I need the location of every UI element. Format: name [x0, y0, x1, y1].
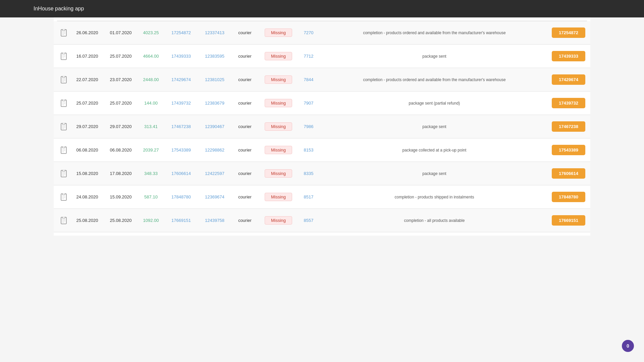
action-button[interactable]: 17669151 [552, 215, 585, 226]
order-number[interactable]: 17429674 [164, 77, 198, 82]
row-number[interactable]: 8153 [299, 147, 319, 153]
action-button[interactable]: 17606614 [552, 168, 585, 179]
table-row: 25.07.2020 25.07.2020 144.00 17439732 12… [54, 92, 590, 115]
reference-number[interactable]: 12383595 [198, 54, 231, 59]
order-number[interactable]: 17439333 [164, 54, 198, 59]
order-date: 06.08.2020 [70, 147, 104, 153]
row-number[interactable]: 8557 [299, 218, 319, 223]
action-button[interactable]: 17439732 [552, 98, 585, 108]
action-cell: 17543389 [550, 145, 587, 155]
action-button[interactable]: 17439333 [552, 51, 585, 61]
action-button[interactable]: 17429674 [552, 74, 585, 85]
svg-rect-41 [62, 217, 65, 218]
reference-number[interactable]: 12369674 [198, 194, 231, 199]
reference-number[interactable]: 12381025 [198, 77, 231, 82]
order-number[interactable]: 17439732 [164, 101, 198, 106]
action-button[interactable]: 17254872 [552, 27, 585, 38]
order-date: 15.08.2020 [70, 171, 104, 176]
action-cell: 17439333 [550, 51, 587, 61]
svg-rect-6 [62, 53, 65, 54]
amount: 144.00 [138, 101, 164, 106]
reference-number[interactable]: 12422597 [198, 171, 231, 176]
row-icon [57, 53, 70, 60]
order-number[interactable]: 17254872 [164, 30, 198, 35]
row-number[interactable]: 8335 [299, 171, 319, 176]
note-text: completion - all products available [319, 218, 550, 223]
svg-rect-21 [62, 123, 65, 124]
row-number[interactable]: 7844 [299, 77, 319, 82]
row-icon [57, 217, 70, 224]
reference-number[interactable]: 12298862 [198, 147, 231, 153]
reference-number[interactable]: 12383679 [198, 101, 231, 106]
reference-number[interactable]: 12439758 [198, 218, 231, 223]
delivery-date: 17.08.2020 [104, 171, 138, 176]
action-cell: 17467238 [550, 121, 587, 132]
orders-table: 26.06.2020 01.07.2020 4023.25 17254872 1… [54, 21, 590, 232]
shipping-method: courier [231, 101, 258, 106]
status-cell: Missing [258, 122, 299, 131]
table-row: 25.08.2020 25.08.2020 1092.00 17669151 1… [54, 209, 590, 232]
row-icon [57, 146, 70, 154]
order-number[interactable]: 17848780 [164, 194, 198, 199]
shipping-method: courier [231, 147, 258, 153]
amount: 1092.00 [138, 218, 164, 223]
action-cell: 17669151 [550, 215, 587, 226]
status-badge: Missing [265, 28, 292, 37]
delivery-date: 01.07.2020 [104, 30, 138, 35]
action-cell: 17439732 [550, 98, 587, 108]
status-badge: Missing [265, 146, 292, 154]
row-number[interactable]: 7986 [299, 124, 319, 129]
note-text: completion - products ordered and availa… [319, 77, 550, 82]
svg-rect-36 [62, 193, 65, 195]
delivery-date: 25.08.2020 [104, 218, 138, 223]
action-button[interactable]: 17467238 [552, 121, 585, 132]
note-text: package sent (partial refund) [319, 101, 550, 106]
order-number[interactable]: 17467238 [164, 124, 198, 129]
action-cell: 17848780 [550, 192, 587, 202]
order-date: 16.07.2020 [70, 54, 104, 59]
order-date: 25.07.2020 [70, 101, 104, 106]
note-text: package collected at a pick-up point [319, 148, 550, 153]
status-badge: Missing [265, 99, 292, 107]
status-cell: Missing [258, 52, 299, 60]
status-badge: Missing [265, 216, 292, 225]
svg-rect-16 [62, 100, 65, 101]
table-row: 24.08.2020 15.09.2020 587.10 17848780 12… [54, 185, 590, 209]
table-row: 29.07.2020 29.07.2020 313.41 17467238 12… [54, 115, 590, 138]
order-date: 26.06.2020 [70, 30, 104, 35]
amount: 313.41 [138, 124, 164, 129]
action-button[interactable]: 17848780 [552, 192, 585, 202]
row-number[interactable]: 7712 [299, 54, 319, 59]
reference-number[interactable]: 12337413 [198, 30, 231, 35]
order-number[interactable]: 17669151 [164, 218, 198, 223]
order-date: 22.07.2020 [70, 77, 104, 82]
order-date: 29.07.2020 [70, 124, 104, 129]
amount: 348.33 [138, 171, 164, 176]
order-number[interactable]: 17606614 [164, 171, 198, 176]
row-number[interactable]: 7270 [299, 30, 319, 35]
row-number[interactable]: 7907 [299, 101, 319, 106]
status-cell: Missing [258, 169, 299, 178]
amount: 4023.25 [138, 30, 164, 35]
shipping-method: courier [231, 77, 258, 82]
delivery-date: 15.09.2020 [104, 194, 138, 199]
row-icon [57, 193, 70, 201]
table-row: 22.07.2020 23.07.2020 2448.00 17429674 1… [54, 68, 590, 92]
order-number[interactable]: 17543389 [164, 147, 198, 153]
status-cell: Missing [258, 146, 299, 154]
svg-rect-31 [62, 170, 65, 171]
row-icon [57, 123, 70, 130]
action-cell: 17254872 [550, 27, 587, 38]
action-button[interactable]: 17543389 [552, 145, 585, 155]
status-badge: Missing [265, 52, 292, 60]
status-cell: Missing [258, 216, 299, 225]
row-number[interactable]: 8517 [299, 194, 319, 199]
row-icon [57, 100, 70, 107]
status-cell: Missing [258, 99, 299, 107]
row-icon [57, 170, 70, 177]
shipping-method: courier [231, 194, 258, 199]
table-row: 16.07.2020 25.07.2020 4664.00 17439333 1… [54, 45, 590, 68]
reference-number[interactable]: 12390467 [198, 124, 231, 129]
status-cell: Missing [258, 75, 299, 84]
delivery-date: 25.07.2020 [104, 54, 138, 59]
